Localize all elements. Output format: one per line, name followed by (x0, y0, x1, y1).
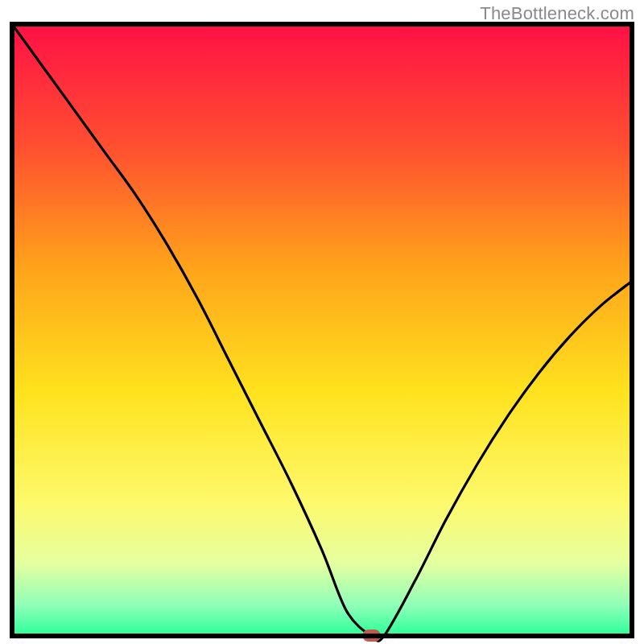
chart-background (12, 24, 632, 636)
chart-svg (0, 0, 644, 644)
bottleneck-chart: TheBottleneck.com (0, 0, 644, 644)
